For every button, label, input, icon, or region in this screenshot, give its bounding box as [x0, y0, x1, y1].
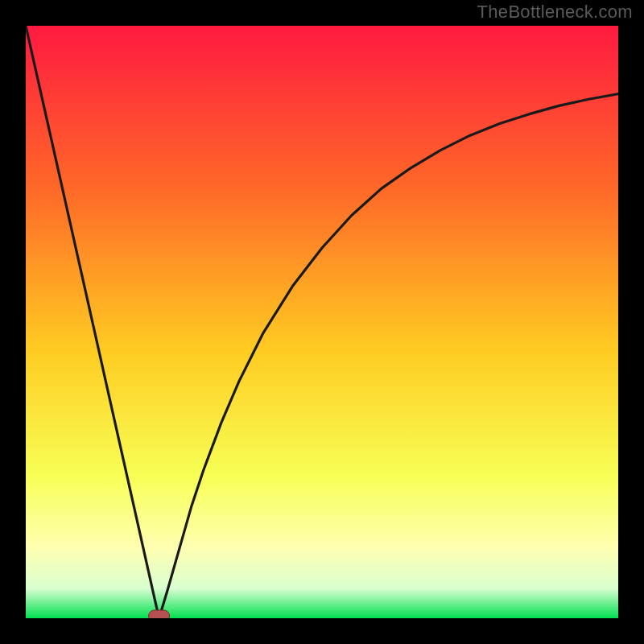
- minimum-marker: [149, 610, 170, 618]
- watermark-text: TheBottleneck.com: [477, 2, 633, 23]
- chart-frame: TheBottleneck.com: [0, 0, 644, 644]
- plot-area: [26, 26, 618, 618]
- chart-svg: [26, 26, 618, 618]
